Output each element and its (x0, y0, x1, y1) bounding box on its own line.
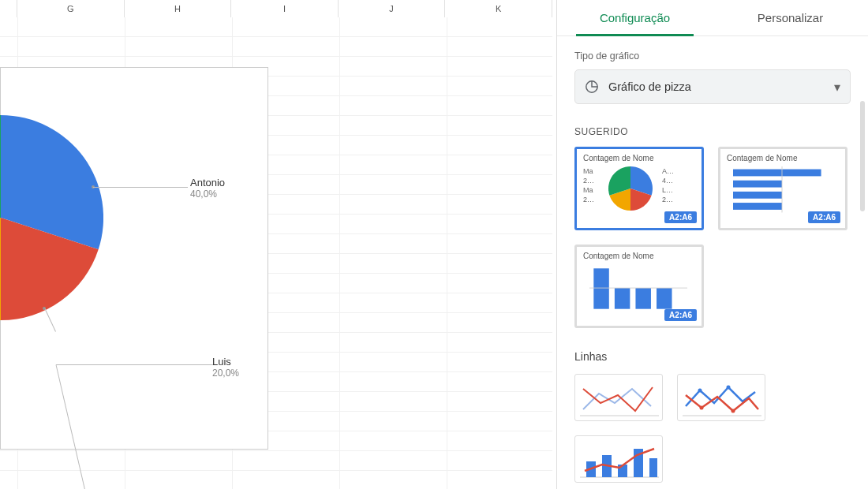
chart-type-dropdown[interactable]: Gráfico de pizza ▾ (574, 69, 851, 104)
svg-point-17 (700, 406, 704, 410)
line-chart-thumb-1[interactable] (574, 374, 663, 421)
chart-type-label: Tipo de gráfico (574, 50, 851, 62)
svg-point-15 (698, 389, 702, 393)
col-header[interactable] (0, 0, 17, 17)
lines-header: Linhas (574, 350, 851, 363)
suggested-header: SUGERIDO (574, 126, 851, 137)
combo-chart-thumb[interactable] (574, 435, 663, 483)
svg-point-18 (731, 409, 735, 413)
svg-rect-10 (635, 288, 650, 309)
column-headers: G H I J K (0, 0, 552, 17)
mini-labels-right: A… 4… L… 2… (662, 166, 674, 204)
slice-label-luis: Luis 20,0% (212, 356, 239, 379)
svg-rect-11 (657, 288, 672, 309)
svg-rect-3 (733, 170, 821, 177)
range-tag: A2:A6 (664, 211, 697, 223)
scrollbar[interactable] (860, 101, 865, 211)
tab-setup[interactable]: Configuração (557, 0, 713, 35)
slice-label-antonio: Antonio 40,0% (190, 177, 225, 200)
col-header[interactable]: K (445, 0, 552, 17)
tab-customize[interactable]: Personalizar (713, 0, 868, 35)
chart-container[interactable]: Antonio 40,0% Luis 20,0% (0, 67, 268, 450)
mini-labels-left: Ma 2… Ma 2… (583, 166, 594, 204)
pie-chart (0, 115, 103, 320)
chart-editor-panel: Configuração Personalizar Tipo de gráfic… (556, 0, 868, 489)
col-header[interactable]: H (125, 0, 232, 17)
range-tag: A2:A6 (664, 309, 697, 321)
line-chart-thumb-2[interactable] (677, 374, 765, 421)
pie-icon (585, 80, 599, 94)
suggested-hbar-thumb[interactable]: Contagem de Nome A2:A6 (718, 147, 847, 230)
svg-rect-6 (733, 203, 782, 210)
col-header[interactable]: I (231, 0, 339, 17)
svg-rect-9 (615, 288, 630, 309)
spreadsheet-grid[interactable]: G H I J K (0, 0, 552, 489)
suggested-pie-thumb[interactable]: Contagem de Nome Ma 2… Ma 2… A… 4… L… (574, 147, 704, 230)
col-header[interactable]: J (339, 0, 446, 17)
svg-rect-4 (733, 181, 782, 188)
tabs: Configuração Personalizar (557, 0, 868, 36)
svg-point-16 (727, 386, 731, 390)
svg-rect-5 (733, 192, 782, 199)
chevron-down-icon: ▾ (834, 80, 840, 95)
svg-rect-8 (593, 268, 608, 308)
range-tag: A2:A6 (808, 211, 840, 223)
svg-rect-24 (649, 458, 657, 477)
col-header[interactable]: G (17, 0, 125, 17)
suggested-vbar-thumb[interactable]: Contagem de Nome A2:A6 (574, 244, 704, 328)
